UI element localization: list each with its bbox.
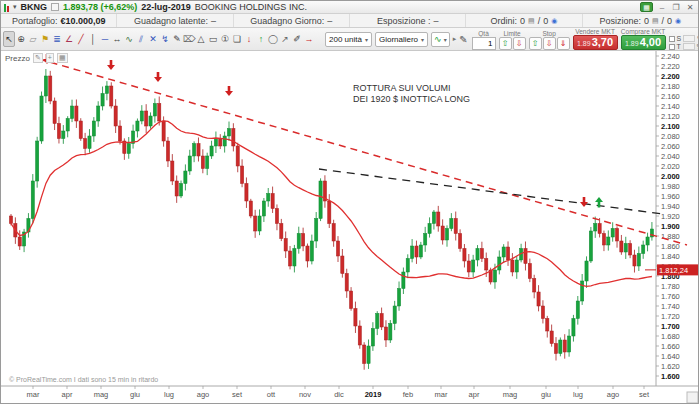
- svg-text:2.200: 2.200: [661, 72, 680, 81]
- qty-label: Qtà: [478, 30, 488, 37]
- trendline-tool[interactable]: ╱: [75, 31, 87, 47]
- sell-market-button[interactable]: 1.89 3,70: [573, 35, 618, 50]
- channel-tool[interactable]: ⫽: [135, 31, 147, 47]
- svg-text:DEI 1920 $ INOTTICA LONG: DEI 1920 $ INOTTICA LONG: [353, 94, 470, 104]
- chart-type-icon: ∿: [434, 34, 442, 44]
- alarm-tool[interactable]: ⚑: [39, 31, 51, 47]
- qty-input[interactable]: [472, 37, 496, 50]
- portfolio-label: Portafoglio:: [12, 16, 58, 26]
- pencil-tool[interactable]: ✐: [291, 31, 303, 47]
- triangle-tool[interactable]: △: [195, 31, 207, 47]
- zoom-tool[interactable]: ⊕: [15, 31, 27, 47]
- buy-market-button[interactable]: 1.89 4,00: [621, 35, 666, 50]
- svg-text:2.220: 2.220: [661, 62, 680, 71]
- pane-add-icon[interactable]: +: [46, 53, 54, 63]
- zigzag-tool[interactable]: ∿: [123, 31, 135, 47]
- price-chart[interactable]: 1.6001.6201.6401.6601.6801.7001.7201.740…: [1, 51, 699, 404]
- trade-panel: Qtà Limite ⇧ ⇩ Stop ⇧ ⇩ ⇓ Vendere MKT: [472, 28, 699, 50]
- forward-arrow-tool[interactable]: →: [303, 31, 315, 47]
- buy-arrow-tool[interactable]: ↑: [255, 31, 267, 47]
- day-gain-label: Guadagno Giorno:: [250, 16, 324, 26]
- rectangle-tool[interactable]: ▭: [207, 31, 219, 47]
- buy-price-prefix: 1.89: [625, 40, 639, 47]
- svg-text:2.160: 2.160: [661, 92, 680, 101]
- portfolio-value: €10.000,09: [60, 16, 105, 26]
- buy-price: 4,00: [640, 36, 661, 49]
- fan-lines-tool[interactable]: ∠: [63, 31, 75, 47]
- stop-checkbox[interactable]: [669, 36, 675, 42]
- position-list-icon[interactable]: ▤: [652, 17, 659, 25]
- instrument-candle-icon: [4, 3, 9, 12]
- units-select[interactable]: 200 unità ▾: [325, 32, 372, 47]
- sell-stop-button[interactable]: ⇩: [543, 37, 556, 50]
- segment-tool[interactable]: ↔: [111, 31, 123, 47]
- sell-arrow-tool[interactable]: ↓: [243, 31, 255, 47]
- orders-cell: Ordini: 0 ▤ / 0 ◉: [466, 14, 582, 27]
- minimize-button[interactable]: –: [657, 3, 667, 12]
- svg-text:apr: apr: [469, 390, 480, 399]
- restore-button[interactable]: ❐: [671, 3, 681, 12]
- sell-price: 3,70: [592, 36, 613, 49]
- svg-text:mag: mag: [94, 390, 109, 399]
- cursor-tool[interactable]: ↖: [3, 31, 15, 47]
- position-cell: Posizione: 0 ▤ / 0 ◉: [583, 14, 698, 27]
- buy-stop-button[interactable]: ⇧: [529, 37, 542, 50]
- chart-type-button[interactable]: ∿ ▾: [431, 32, 450, 47]
- window-titlebar: ▾ BKNG 1.893,78 (+6,62%) 22-lug-2019 BOO…: [1, 1, 698, 14]
- svg-text:mar: mar: [27, 390, 40, 399]
- svg-text:1.940: 1.940: [661, 202, 680, 211]
- stop-label: Stop: [542, 30, 555, 37]
- svg-text:1.900: 1.900: [661, 222, 680, 231]
- text-note-tool[interactable]: ①: [219, 31, 231, 47]
- sell-column: Vendere MKT 1.89 3,70: [573, 28, 618, 50]
- svg-text:nov: nov: [299, 390, 311, 399]
- position-value-open: 0: [644, 16, 649, 26]
- order-pen-icon[interactable]: ✎: [459, 34, 467, 45]
- stop-target-column: S % T %: [669, 35, 699, 50]
- limit-column: Limite ⇧ ⇩: [499, 30, 526, 50]
- vertical-line-tool[interactable]: │: [87, 31, 99, 47]
- instrument-dropdown-caret[interactable]: ▾: [13, 3, 17, 11]
- svg-text:ott: ott: [267, 390, 276, 399]
- timeframe-select[interactable]: Giornaliero ▾: [375, 32, 428, 47]
- svg-text:2.020: 2.020: [661, 162, 680, 171]
- pane-grid-icon[interactable]: ▦: [57, 53, 68, 63]
- orders-list-icon[interactable]: ▤: [528, 17, 535, 25]
- expand-trade-panel-caret[interactable]: ▸: [453, 35, 457, 43]
- buy-limit-button[interactable]: ⇧: [499, 37, 512, 50]
- sell-limit-button[interactable]: ⇩: [513, 37, 526, 50]
- target-percent-input[interactable]: [683, 43, 695, 50]
- close-button[interactable]: ✕: [685, 3, 695, 12]
- target-checkbox[interactable]: [669, 44, 675, 50]
- brush-tool[interactable]: ✎: [171, 31, 183, 47]
- watchlist-checkbox-icon[interactable]: [51, 3, 59, 11]
- chart-pane: Prezzo ✎ + ▦ 1.6001.6201.6401.6601.6801.…: [1, 51, 699, 404]
- latent-gain-value: –: [211, 16, 216, 26]
- position-search-icon[interactable]: ◉: [675, 17, 681, 25]
- svg-text:1.812,24: 1.812,24: [659, 266, 688, 275]
- lightning-tool[interactable]: ↯: [159, 31, 171, 47]
- measure-tool[interactable]: ↗: [279, 31, 291, 47]
- orders-search-icon[interactable]: ◉: [551, 17, 557, 25]
- cross-tool[interactable]: ✕: [147, 31, 159, 47]
- svg-text:1.780: 1.780: [661, 282, 680, 291]
- account-bar: Portafoglio: €10.000,09 Guadagno latente…: [1, 14, 698, 28]
- orders-label: Ordini:: [491, 16, 518, 26]
- buy-mkt-label: Comprare MKT: [621, 28, 665, 35]
- delete-drawing-tool[interactable]: ⌦: [183, 31, 195, 47]
- svg-text:2.120: 2.120: [661, 112, 680, 121]
- svg-text:ago: ago: [607, 390, 620, 399]
- stop-percent-input[interactable]: [683, 35, 695, 42]
- comment-tool[interactable]: ❏: [231, 31, 243, 47]
- workspace-grid-icon[interactable]: ▦: [640, 2, 653, 12]
- pane-settings-icon[interactable]: ✎: [33, 53, 43, 63]
- instrument-name: BOOKING HOLDINGS INC.: [195, 2, 307, 12]
- horizontal-line-tool[interactable]: ─: [99, 31, 111, 47]
- units-select-value: 200 unità: [329, 35, 362, 44]
- exposure-value: –: [433, 16, 438, 26]
- trailing-stop-button[interactable]: ⇓: [557, 37, 570, 50]
- fibonacci-tool[interactable]: ≣: [51, 31, 63, 47]
- lasso-tool[interactable]: ◯: [267, 31, 279, 47]
- symbol-label: BKNG: [21, 2, 48, 12]
- eraser-tool[interactable]: ▱: [27, 31, 39, 47]
